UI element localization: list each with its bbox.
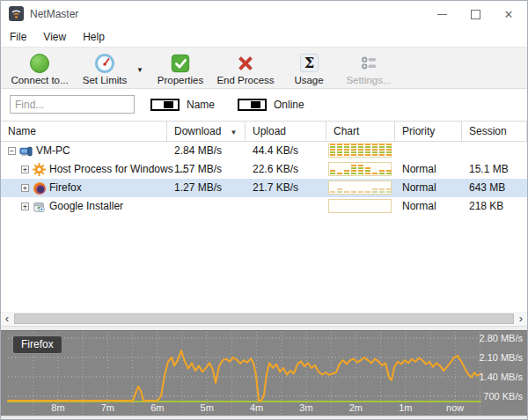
set-limits-button[interactable]: Set Limits xyxy=(77,50,133,85)
mini-chart-bar xyxy=(379,144,385,156)
properties-label: Properties xyxy=(158,75,203,85)
column-header-label: Priority xyxy=(402,125,435,137)
column-header-label: Name xyxy=(8,125,36,137)
toggle-group-name: Name xyxy=(150,99,215,111)
usage-icon: Σ xyxy=(298,51,320,75)
session-value: 643 MB xyxy=(469,179,505,197)
mini-chart-bar xyxy=(351,144,356,156)
tree-minus-toggle[interactable]: − xyxy=(8,147,16,155)
installer-icon xyxy=(33,200,46,213)
table-row-firefox[interactable]: +Firefox1.27 MB/s21.7 KB/sNormal643 MB xyxy=(1,179,527,197)
menu-item-view[interactable]: View xyxy=(43,31,66,43)
toggle-name[interactable] xyxy=(150,99,180,111)
scroll-right-arrow[interactable]: › xyxy=(515,312,527,326)
mini-chart-bar xyxy=(379,170,385,174)
mini-chart-bar xyxy=(337,173,342,174)
set-limits-icon xyxy=(93,51,116,75)
end-process-button[interactable]: End Process xyxy=(214,50,277,85)
mini-chart-bar xyxy=(351,191,356,193)
mini-chart-bar xyxy=(351,165,356,174)
y-axis-label-2-10-mb-s: 2.10 MB/s xyxy=(479,352,523,363)
tree-plus-toggle[interactable]: + xyxy=(21,184,29,192)
y-axis-label-2-80-mb-s: 2.80 MB/s xyxy=(479,333,523,343)
x-axis-label-now: now xyxy=(436,402,474,413)
x-axis-label-4m: 4m xyxy=(238,402,276,413)
close-button[interactable]: ✕ xyxy=(492,1,525,27)
priority-value: Normal xyxy=(402,160,436,179)
upload-value: 21.7 KB/s xyxy=(253,179,298,197)
set-limits-dropdown-arrow[interactable]: ▼ xyxy=(133,50,147,89)
toolbar: Connect to...Set Limits▼PropertiesEnd Pr… xyxy=(1,47,527,89)
app-icon xyxy=(9,6,24,21)
menu-item-help[interactable]: Help xyxy=(83,31,105,43)
usage-button[interactable]: ΣUsage xyxy=(284,50,334,85)
bottom-strip xyxy=(1,416,527,420)
upload-value: 22.6 KB/s xyxy=(253,160,298,179)
mini-chart-bar xyxy=(386,170,392,174)
end-process-icon xyxy=(235,51,256,75)
toggle-online[interactable] xyxy=(238,99,267,111)
column-header-upload[interactable]: Upload xyxy=(246,122,326,141)
connect-to-button[interactable]: Connect to... xyxy=(4,50,75,85)
x-axis-label-7m: 7m xyxy=(88,402,127,413)
y-axis-label-700-kb-s: 700 KB/s xyxy=(483,391,523,402)
mini-chart-bar xyxy=(344,144,349,156)
tree-plus-toggle[interactable]: + xyxy=(21,166,29,173)
column-header-label: Download xyxy=(174,125,221,137)
toggle-knob xyxy=(164,101,173,108)
upload-value: 44.4 KB/s xyxy=(253,142,298,160)
menu-bar: FileViewHelp xyxy=(1,27,527,47)
column-header-download[interactable]: Download▼ xyxy=(167,122,246,141)
toggle-label-name: Name xyxy=(187,99,215,111)
window-controls: ✕ xyxy=(425,1,525,27)
table-row-google-installer[interactable]: +Google InstallerNormal218 KB xyxy=(1,197,527,216)
table-row-host-process-for-windows[interactable]: +Host Process for Windows ...1.57 MB/s22… xyxy=(1,160,527,179)
scroll-left-arrow[interactable]: ‹ xyxy=(1,312,13,326)
graph-process-label: Firefox xyxy=(12,335,62,354)
mini-chart-bar xyxy=(358,165,363,174)
column-header-chart[interactable]: Chart xyxy=(326,122,395,141)
minimize-icon xyxy=(437,14,447,15)
mini-chart-bar xyxy=(337,144,342,156)
connect-icon xyxy=(28,51,51,75)
tree-plus-toggle[interactable]: + xyxy=(21,203,29,210)
column-header-session[interactable]: Session xyxy=(462,122,527,141)
mini-chart-bar xyxy=(337,188,342,193)
column-header-label: Chart xyxy=(334,125,359,137)
y-axis-label-1-40-mb-s: 1.40 MB/s xyxy=(479,372,523,382)
table-row-vm-pc[interactable]: −VM-PC2.84 MB/s44.4 KB/s xyxy=(1,142,527,160)
connect-to-label: Connect to... xyxy=(11,75,68,85)
find-input[interactable] xyxy=(10,95,135,114)
usage-label: Usage xyxy=(294,75,323,85)
column-header-name[interactable]: Name xyxy=(1,122,167,141)
mini-chart xyxy=(328,144,392,158)
column-header-label: Session xyxy=(469,125,507,137)
x-axis-label-2m: 2m xyxy=(336,402,375,413)
end-process-label: End Process xyxy=(216,75,274,85)
process-name: VM-PC xyxy=(36,142,70,160)
title-bar: NetMaster ✕ xyxy=(1,1,527,27)
process-name: Firefox xyxy=(49,179,82,197)
horizontal-scrollbar[interactable]: ‹ › xyxy=(1,312,527,326)
gear-icon xyxy=(33,163,46,176)
mini-chart-bar xyxy=(386,188,392,193)
scrollbar-thumb[interactable] xyxy=(14,313,514,324)
mini-chart-bar xyxy=(344,170,349,174)
mini-chart-bar xyxy=(358,191,363,193)
properties-button[interactable]: Properties xyxy=(150,50,210,85)
download-value: 2.84 MB/s xyxy=(174,142,222,160)
x-axis-label-6m: 6m xyxy=(138,402,177,413)
x-axis-label-8m: 8m xyxy=(39,402,77,413)
maximize-button[interactable] xyxy=(458,1,492,27)
mini-chart xyxy=(328,199,392,213)
maximize-icon xyxy=(471,10,480,19)
set-limits-label: Set Limits xyxy=(83,75,128,85)
download-value: 1.27 MB/s xyxy=(174,179,222,197)
menu-item-file[interactable]: File xyxy=(10,31,26,43)
app-window: NetMaster ✕ FileViewHelp Connect to...Se… xyxy=(0,0,528,420)
svg-text:Σ: Σ xyxy=(304,55,314,71)
mini-chart-bar xyxy=(358,144,363,156)
mini-chart-bar xyxy=(372,144,378,156)
column-header-priority[interactable]: Priority xyxy=(395,122,462,141)
minimize-button[interactable] xyxy=(425,1,458,27)
